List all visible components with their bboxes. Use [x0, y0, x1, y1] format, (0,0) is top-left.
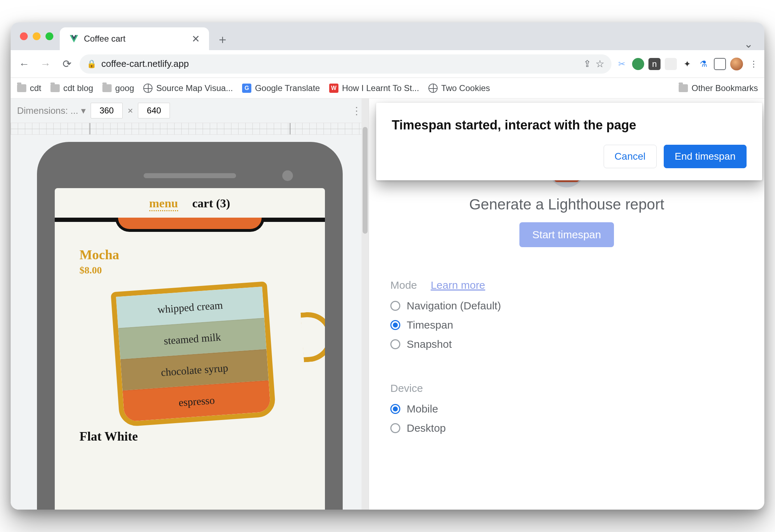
- bookmark-item[interactable]: goog: [102, 83, 134, 93]
- dimensions-dropdown[interactable]: Dimensions: ... ▾: [17, 105, 86, 116]
- radio-label: Mobile: [407, 403, 438, 415]
- close-window-icon[interactable]: [20, 32, 28, 40]
- bookmark-label: cdt: [30, 83, 41, 93]
- width-input[interactable]: [91, 103, 123, 118]
- bookmark-item[interactable]: WHow I Learnt To St...: [329, 83, 419, 93]
- device-radio-list: Mobile Desktop: [390, 403, 743, 434]
- mode-radio-snapshot[interactable]: Snapshot: [390, 338, 743, 350]
- bookmark-label: cdt blog: [63, 83, 93, 93]
- bookmark-item[interactable]: GGoogle Translate: [242, 83, 320, 93]
- globe-icon: [143, 84, 153, 93]
- minimize-window-icon[interactable]: [33, 32, 41, 40]
- bookmark-item[interactable]: cdt blog: [50, 83, 93, 93]
- window-controls: [17, 22, 60, 50]
- folder-icon: [679, 84, 688, 92]
- other-bookmarks[interactable]: Other Bookmarks: [679, 83, 758, 93]
- devtools-lighthouse-panel: Generate a Lighthouse report Start times…: [369, 99, 764, 510]
- bookmark-label: goog: [115, 83, 134, 93]
- mode-section-label: Mode Learn more: [390, 279, 743, 291]
- start-timespan-button[interactable]: Start timespan: [519, 222, 614, 247]
- back-button[interactable]: ←: [16, 55, 33, 73]
- chrome-menu-icon[interactable]: ⋮: [747, 58, 759, 70]
- end-timespan-button[interactable]: End timespan: [664, 145, 747, 168]
- vue-favicon-icon: [69, 34, 79, 44]
- dimensions-label: Dimensions: ...: [17, 105, 78, 116]
- dim-x: ×: [128, 105, 133, 116]
- device-emulation-pane: Dimensions: ... ▾ × ⋮: [11, 99, 369, 510]
- fullscreen-window-icon[interactable]: [46, 32, 53, 40]
- share-icon[interactable]: ⇪: [583, 58, 591, 69]
- profile-avatar[interactable]: [730, 58, 743, 70]
- device-frame-wrap: menu cart (3) Mocha $8.00 whipped cream: [11, 135, 369, 510]
- puzzle-ext-icon[interactable]: ✦: [681, 58, 693, 70]
- bookmark-item[interactable]: Source Map Visua...: [143, 83, 233, 93]
- bookmark-label: Google Translate: [255, 83, 320, 93]
- cup-graphic[interactable]: whipped cream steamed milk chocolate syr…: [80, 287, 307, 422]
- panel-ext-icon[interactable]: [714, 58, 726, 70]
- n-ext-icon[interactable]: n: [648, 58, 661, 70]
- nav-menu-link[interactable]: menu: [149, 197, 178, 211]
- folder-icon: [50, 84, 60, 92]
- app-divider: [55, 218, 325, 222]
- app-nav: menu cart (3): [55, 188, 325, 216]
- phone-top: [55, 163, 325, 188]
- speaker-icon: [144, 173, 236, 178]
- close-tab-icon[interactable]: ✕: [192, 33, 200, 45]
- new-tab-button[interactable]: ＋: [212, 29, 233, 50]
- green-ext-icon[interactable]: [632, 58, 644, 70]
- device-menu-icon[interactable]: ⋮: [352, 105, 362, 117]
- phone-screen: menu cart (3) Mocha $8.00 whipped cream: [55, 188, 325, 510]
- tabstrip: Coffee cart ✕ ＋ ⌄: [11, 22, 764, 50]
- radio-icon: [390, 423, 400, 433]
- grey-ext-icon[interactable]: [665, 58, 677, 70]
- device-radio-desktop[interactable]: Desktop: [390, 422, 743, 434]
- timespan-modal: Timespan started, interact with the page…: [376, 103, 762, 180]
- next-product-name: Flat White: [55, 422, 325, 444]
- mode-label: Mode: [390, 279, 417, 291]
- bookmark-label: Source Map Visua...: [156, 83, 233, 93]
- device-section-label: Device: [390, 382, 743, 394]
- radio-icon: [390, 301, 400, 311]
- browser-window: Coffee cart ✕ ＋ ⌄ ← → ⟳ 🔒 coffee-cart.ne…: [11, 22, 764, 510]
- camera-icon: [282, 170, 293, 181]
- radio-label: Timespan: [407, 319, 453, 331]
- bookmark-star-icon[interactable]: ☆: [595, 58, 604, 70]
- cancel-button[interactable]: Cancel: [604, 145, 657, 168]
- height-input[interactable]: [138, 103, 170, 118]
- folder-icon: [17, 84, 26, 92]
- mode-radio-timespan[interactable]: Timespan: [390, 319, 743, 331]
- product-price: $8.00: [80, 265, 307, 276]
- browser-tab[interactable]: Coffee cart ✕: [60, 27, 209, 50]
- mode-radio-navigation[interactable]: Navigation (Default): [390, 300, 743, 312]
- radio-icon: [390, 404, 400, 414]
- modal-heading: Timespan started, interact with the page: [392, 118, 747, 133]
- scrollbar[interactable]: [362, 99, 369, 510]
- tab-title: Coffee cart: [84, 34, 125, 44]
- product-name: Mocha: [80, 247, 307, 262]
- chevron-down-icon: ▾: [81, 105, 86, 116]
- bookmark-item[interactable]: cdt: [17, 83, 41, 93]
- content-area: Dimensions: ... ▾ × ⋮: [11, 99, 764, 510]
- address-bar[interactable]: 🔒 coffee-cart.netlify.app ⇪ ☆: [80, 54, 611, 74]
- scissors-ext-icon[interactable]: ✂︎: [616, 58, 628, 70]
- w-icon: W: [329, 84, 338, 93]
- radio-label: Desktop: [407, 422, 446, 434]
- folder-icon: [102, 84, 112, 92]
- bookmark-label: How I Learnt To St...: [342, 83, 419, 93]
- tabs-dropdown-icon[interactable]: ⌄: [744, 38, 758, 50]
- forward-button[interactable]: →: [37, 55, 54, 73]
- learn-more-link[interactable]: Learn more: [431, 279, 485, 291]
- translate-icon: G: [242, 84, 251, 93]
- radio-label: Navigation (Default): [407, 300, 501, 312]
- nav-cart-link[interactable]: cart (3): [192, 197, 230, 211]
- bookmark-item[interactable]: Two Cookies: [428, 83, 490, 93]
- reload-button[interactable]: ⟳: [58, 55, 75, 73]
- labs-ext-icon[interactable]: ⚗︎: [698, 58, 710, 70]
- product-card: Mocha $8.00 whipped cream steamed milk c…: [55, 222, 325, 422]
- phone-frame: menu cart (3) Mocha $8.00 whipped cream: [37, 142, 343, 510]
- bookmark-label: Other Bookmarks: [691, 83, 758, 93]
- scrollbar-thumb[interactable]: [363, 127, 368, 234]
- device-radio-mobile[interactable]: Mobile: [390, 403, 743, 415]
- radio-icon: [390, 320, 400, 330]
- bookmark-label: Two Cookies: [441, 83, 490, 93]
